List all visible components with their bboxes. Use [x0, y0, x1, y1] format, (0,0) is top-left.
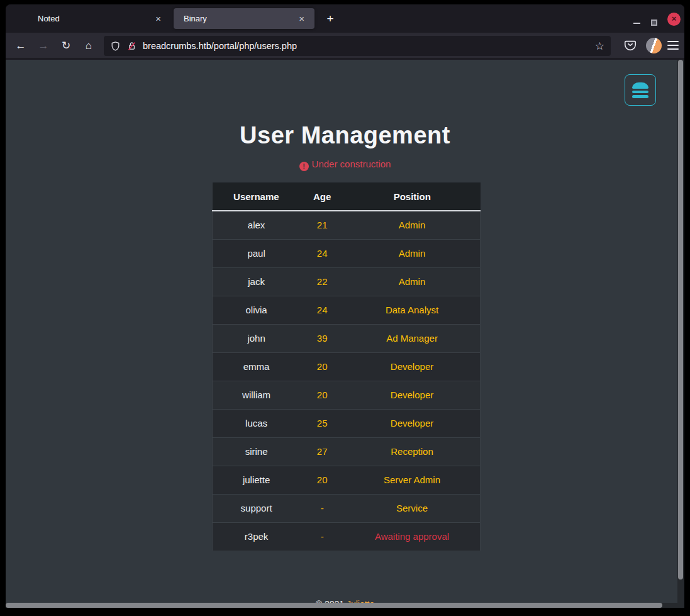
cell-username: sirine: [213, 437, 301, 466]
table-row: juliette20Server Admin: [213, 466, 481, 494]
cell-position: Admin: [344, 239, 480, 267]
tab-label: Binary: [184, 14, 296, 23]
cell-position: Admin: [344, 267, 480, 296]
home-icon[interactable]: ⌂: [81, 40, 96, 52]
forward-icon[interactable]: →: [36, 40, 51, 52]
window-close-button[interactable]: ×: [667, 13, 681, 26]
burger-icon: [632, 82, 648, 98]
cell-username: emma: [213, 352, 301, 381]
tab-close-icon[interactable]: ×: [153, 13, 164, 25]
header-username: Username: [213, 182, 301, 211]
horizontal-scrollbar[interactable]: [6, 603, 684, 608]
cell-username: support: [213, 494, 301, 522]
horizontal-scrollbar-thumb[interactable]: [6, 603, 662, 608]
reload-icon[interactable]: ↻: [58, 39, 74, 52]
account-avatar[interactable]: [646, 38, 662, 53]
cell-position: Admin: [344, 211, 480, 239]
cell-position: Service: [344, 494, 480, 522]
cell-age: -: [300, 522, 344, 551]
cell-position: Data Analyst: [344, 296, 480, 324]
cell-username: john: [213, 324, 301, 352]
cell-username: jack: [213, 267, 301, 296]
cell-position: Developer: [344, 381, 480, 409]
header-age: Age: [300, 182, 344, 211]
table-row: john39Ad Manager: [213, 324, 481, 352]
cell-age: 20: [300, 352, 344, 381]
page-title: User Management: [6, 122, 684, 149]
tab-binary[interactable]: Binary ×: [174, 8, 314, 29]
table-row: sirine27Reception: [213, 437, 481, 466]
table-row: william20Developer: [213, 381, 481, 409]
new-tab-button[interactable]: +: [321, 10, 339, 28]
hamburger-menu-icon[interactable]: [667, 41, 679, 52]
tab-noted[interactable]: Noted ×: [19, 8, 170, 29]
tab-label: Noted: [38, 14, 153, 23]
cell-position: Ad Manager: [344, 324, 480, 352]
cell-age: 27: [300, 437, 344, 466]
under-construction-notice: !Under construction: [6, 159, 684, 171]
pocket-icon[interactable]: [623, 38, 637, 52]
notice-text: Under construction: [312, 159, 391, 169]
table-row: r3pek-Awaiting approval: [213, 522, 481, 551]
cell-position: Server Admin: [344, 466, 480, 494]
cell-username: lucas: [213, 409, 301, 437]
table-row: olivia24Data Analyst: [213, 296, 481, 324]
tab-close-icon[interactable]: ×: [296, 13, 307, 25]
browser-window: Noted × Binary × + × ← → ↻ ⌂ breadcrumbs…: [6, 4, 684, 608]
vertical-scrollbar[interactable]: [677, 60, 684, 603]
window-restore-button[interactable]: [651, 20, 657, 26]
table-row: alex21Admin: [213, 211, 481, 239]
table-row: lucas25Developer: [213, 409, 481, 437]
cell-username: r3pek: [213, 522, 301, 551]
cell-position: Developer: [344, 409, 480, 437]
cell-username: alex: [213, 211, 301, 239]
insecure-lock-icon[interactable]: [126, 41, 137, 52]
users-table: Username Age Position alex21Adminpaul24A…: [212, 182, 481, 551]
cell-age: -: [300, 494, 344, 522]
cell-age: 21: [300, 211, 344, 239]
cell-age: 24: [300, 296, 344, 324]
url-text[interactable]: breadcrumbs.htb/portal/php/users.php: [143, 41, 589, 51]
titlebar: Noted × Binary × + ×: [6, 4, 684, 33]
nav-toolbar: ← → ↻ ⌂ breadcrumbs.htb/portal/php/users…: [6, 33, 684, 59]
page-viewport: User Management !Under construction User…: [6, 60, 684, 608]
table-row: jack22Admin: [213, 267, 481, 296]
table-row: emma20Developer: [213, 352, 481, 381]
table-header-row: Username Age Position: [213, 182, 481, 211]
window-minimize-button[interactable]: [633, 23, 640, 24]
vertical-scrollbar-thumb[interactable]: [678, 60, 683, 580]
cell-age: 25: [300, 409, 344, 437]
site-menu-button[interactable]: [625, 74, 656, 106]
users-table-body: alex21Adminpaul24Adminjack22Adminolivia2…: [213, 211, 481, 551]
exclamation-circle-icon: !: [299, 162, 309, 171]
cell-position: Reception: [344, 437, 480, 466]
cell-age: 20: [300, 381, 344, 409]
bookmark-star-icon[interactable]: ☆: [595, 40, 604, 53]
cell-position: Awaiting approval: [344, 522, 480, 551]
table-row: paul24Admin: [213, 239, 481, 267]
cell-age: 39: [300, 324, 344, 352]
cell-age: 22: [300, 267, 344, 296]
cell-username: paul: [213, 239, 301, 267]
back-icon[interactable]: ←: [13, 40, 28, 52]
cell-position: Developer: [344, 352, 480, 381]
cell-age: 20: [300, 466, 344, 494]
header-position: Position: [344, 182, 480, 211]
cell-age: 24: [300, 239, 344, 267]
cell-username: olivia: [213, 296, 301, 324]
url-bar[interactable]: breadcrumbs.htb/portal/php/users.php ☆: [104, 36, 611, 56]
table-row: support-Service: [213, 494, 481, 522]
cell-username: william: [213, 381, 301, 409]
cell-username: juliette: [213, 466, 301, 494]
shield-icon[interactable]: [110, 41, 121, 52]
